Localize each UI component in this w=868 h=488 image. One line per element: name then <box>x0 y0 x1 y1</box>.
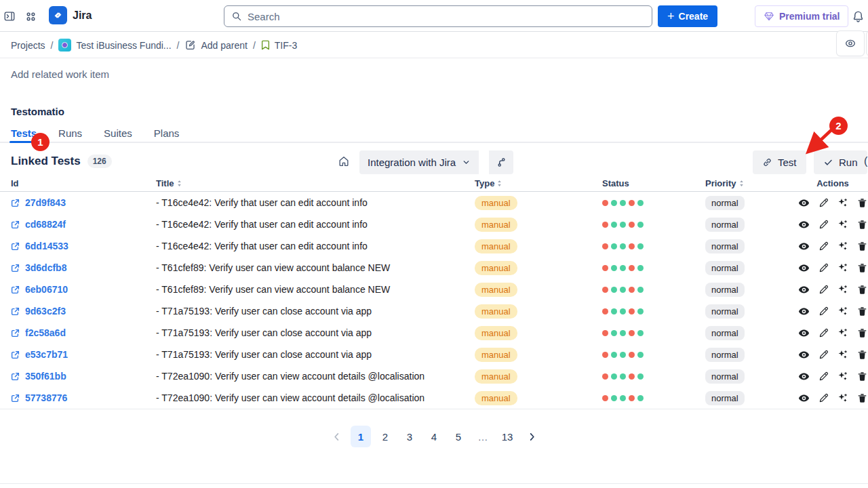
pencil-icon[interactable] <box>818 328 829 338</box>
breadcrumb-project[interactable]: Test iBusiness Fundi... <box>58 39 171 52</box>
eye-icon[interactable] <box>798 219 810 230</box>
trash-icon[interactable] <box>857 393 867 403</box>
tab-plans[interactable]: Plans <box>154 127 180 142</box>
sidebar-toggle-icon[interactable] <box>1 8 18 24</box>
pencil-icon[interactable] <box>818 371 829 382</box>
add-test-button[interactable]: Test <box>753 150 806 174</box>
search-input[interactable] <box>248 11 645 22</box>
test-id-link[interactable]: 3d6dcfb8 <box>25 262 66 273</box>
test-id-link[interactable]: 350f61bb <box>25 371 66 382</box>
external-link-icon[interactable] <box>11 242 20 251</box>
trash-icon[interactable] <box>857 306 867 317</box>
eye-icon[interactable] <box>798 284 810 296</box>
test-id-link[interactable]: 57738776 <box>25 392 67 403</box>
breadcrumb-issue[interactable]: TIF-3 <box>261 40 297 51</box>
page-button-3[interactable]: 3 <box>399 426 420 447</box>
trash-icon[interactable] <box>857 350 867 360</box>
test-title: - T16ce4e42: Verify that user can edit a… <box>156 197 368 208</box>
pencil-icon[interactable] <box>818 285 829 295</box>
test-id-link[interactable]: f2c58a6d <box>25 327 66 338</box>
type-badge: manual <box>475 326 517 340</box>
header-type[interactable]: Type <box>475 178 602 188</box>
external-link-icon[interactable] <box>11 394 20 403</box>
pencil-icon[interactable] <box>818 306 829 317</box>
page-button-4[interactable]: 4 <box>424 426 444 447</box>
search-bar[interactable] <box>224 5 652 27</box>
premium-trial-button[interactable]: Premium trial <box>755 5 848 27</box>
external-link-icon[interactable] <box>11 264 20 272</box>
sparkles-icon[interactable] <box>837 392 848 403</box>
pencil-icon[interactable] <box>818 220 829 230</box>
chevron-right-icon[interactable] <box>521 426 542 447</box>
test-id-link[interactable]: 9d63c2f3 <box>25 306 66 317</box>
trash-icon[interactable] <box>857 241 867 251</box>
sparkles-icon[interactable] <box>837 197 848 208</box>
test-id-link[interactable]: 6eb06710 <box>25 284 68 295</box>
external-link-icon[interactable] <box>11 350 20 359</box>
branch-selector-dropdown[interactable]: Integration with Jira <box>359 150 479 174</box>
jira-logo[interactable]: Jira <box>49 6 92 24</box>
sparkles-icon[interactable] <box>837 349 848 360</box>
sparkles-icon[interactable] <box>837 284 848 295</box>
external-link-icon[interactable] <box>11 285 20 294</box>
sparkles-icon[interactable] <box>837 306 848 317</box>
add-parent-button[interactable]: Add parent <box>184 39 248 51</box>
test-title: - T61cfef89: Verify user can view accoun… <box>156 284 390 295</box>
pencil-icon[interactable] <box>818 198 829 208</box>
create-button[interactable]: + Create <box>658 5 717 27</box>
page-button-2[interactable]: 2 <box>375 426 395 447</box>
id-cell: cd68824f <box>11 219 156 230</box>
sparkles-icon[interactable] <box>837 219 848 230</box>
trash-icon[interactable] <box>857 263 867 273</box>
trash-icon[interactable] <box>857 220 867 230</box>
branch-icon[interactable] <box>488 150 513 174</box>
page-button-5[interactable]: 5 <box>448 426 469 447</box>
pencil-icon[interactable] <box>818 263 829 273</box>
test-id-link[interactable]: 6dd14533 <box>25 241 68 251</box>
eye-icon[interactable] <box>798 392 810 404</box>
sparkles-icon[interactable] <box>837 241 848 251</box>
sparkles-icon[interactable] <box>837 262 848 273</box>
trash-icon[interactable] <box>857 371 867 382</box>
breadcrumb-projects[interactable]: Projects <box>11 40 45 51</box>
eye-icon[interactable] <box>798 241 810 252</box>
priority-cell: normal <box>705 283 800 297</box>
external-link-icon[interactable] <box>11 372 20 381</box>
external-link-icon[interactable] <box>11 199 20 207</box>
eye-icon[interactable] <box>798 371 810 382</box>
test-id-link[interactable]: cd68824f <box>25 219 66 230</box>
external-link-icon[interactable] <box>11 307 20 316</box>
header-title[interactable]: Title <box>156 178 475 188</box>
trash-icon[interactable] <box>857 198 867 208</box>
bell-icon[interactable] <box>850 8 866 24</box>
pencil-icon[interactable] <box>818 350 829 360</box>
trash-icon[interactable] <box>857 328 867 338</box>
eye-icon[interactable] <box>798 349 810 361</box>
test-id-link[interactable]: e53c7b71 <box>25 349 68 360</box>
eye-icon[interactable] <box>798 327 810 339</box>
header-priority[interactable]: Priority <box>705 178 800 188</box>
add-related-work-item[interactable]: Add related work item <box>11 68 109 80</box>
add-parent-label: Add parent <box>201 40 248 51</box>
eye-icon[interactable] <box>798 197 810 209</box>
watch-button[interactable] <box>836 30 865 56</box>
home-icon[interactable] <box>338 155 350 170</box>
id-cell: 350f61bb <box>11 371 156 382</box>
sparkles-icon[interactable] <box>837 327 848 338</box>
pencil-icon[interactable] <box>818 393 829 403</box>
eye-icon[interactable] <box>798 262 810 274</box>
sparkles-icon[interactable] <box>837 371 848 382</box>
header-id[interactable]: Id <box>11 178 156 188</box>
page-button-13[interactable]: 13 <box>497 426 517 447</box>
page-button-1[interactable]: 1 <box>351 426 371 447</box>
eye-icon[interactable] <box>798 306 810 317</box>
actions-cell <box>800 219 865 230</box>
external-link-icon[interactable] <box>11 329 20 338</box>
tab-suites[interactable]: Suites <box>104 127 132 142</box>
trash-icon[interactable] <box>857 285 867 295</box>
test-id-link[interactable]: 27d9f843 <box>25 197 66 208</box>
external-link-icon[interactable] <box>11 220 20 229</box>
tab-runs[interactable]: Runs <box>58 127 82 142</box>
app-switcher-icon[interactable] <box>22 8 39 24</box>
pencil-icon[interactable] <box>818 241 829 251</box>
